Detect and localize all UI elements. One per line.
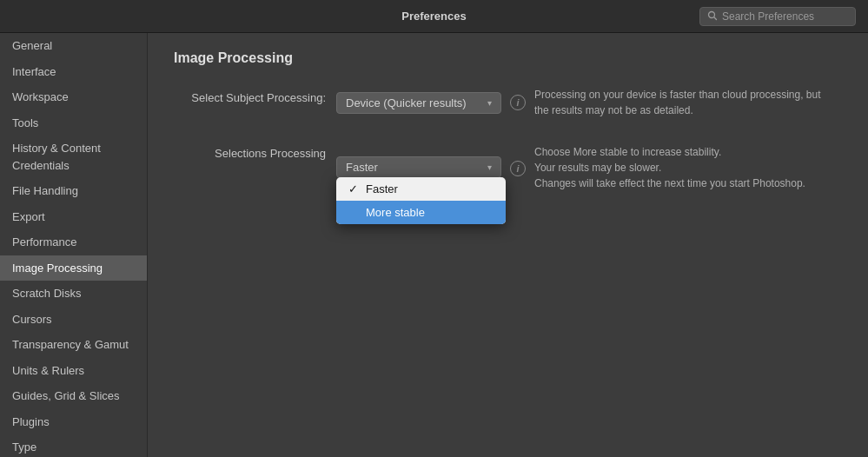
content-area: Image Processing Select Subject Processi… — [148, 33, 868, 457]
sidebar-item-guides-grid-slices[interactable]: Guides, Grid & Slices — [0, 383, 147, 409]
dropdown-option-faster-label: Faster — [366, 182, 398, 195]
chevron-down-icon-2: ▾ — [487, 162, 492, 172]
selections-processing-dropdown[interactable]: Faster ▾ — [336, 156, 501, 178]
sidebar-item-performance[interactable]: Performance — [0, 229, 147, 255]
sidebar-item-history-content[interactable]: History & Content Credentials — [0, 136, 147, 178]
sidebar-item-workspace[interactable]: Workspace — [0, 84, 147, 110]
sidebar-item-plugins[interactable]: Plugins — [0, 409, 147, 435]
select-subject-info-icon[interactable]: i — [510, 95, 526, 110]
sidebar-item-image-processing[interactable]: Image Processing — [0, 255, 147, 281]
select-subject-label: Select Subject Processing: — [174, 87, 326, 104]
sidebar-item-cursors[interactable]: Cursors — [0, 307, 147, 333]
window-title: Preferences — [401, 10, 466, 23]
select-subject-value: Device (Quicker results) — [346, 96, 467, 109]
sidebar: General Interface Workspace Tools Histor… — [0, 33, 148, 457]
selections-dropdown-menu: ✓ Faster More stable — [336, 177, 506, 224]
info-letter: i — [516, 97, 519, 108]
search-placeholder-text: Search Preferences — [722, 10, 814, 23]
sidebar-item-file-handling[interactable]: File Handling — [0, 178, 147, 204]
selections-dropdown-container: Faster ▾ ✓ Faster More stable — [336, 156, 501, 178]
chevron-down-icon: ▾ — [487, 98, 492, 108]
selections-processing-value: Faster — [346, 161, 378, 174]
info-letter-2: i — [516, 163, 519, 174]
sidebar-item-transparency-gamut[interactable]: Transparency & Gamut — [0, 332, 147, 358]
search-icon — [707, 10, 718, 23]
selections-info-text: Choose More stable to increase stability… — [534, 144, 805, 191]
sidebar-item-type[interactable]: Type — [0, 434, 147, 457]
sidebar-item-interface[interactable]: Interface — [0, 59, 147, 85]
page-title: Image Processing — [174, 50, 842, 66]
select-subject-control: Device (Quicker results) ▾ i Processing … — [336, 87, 830, 118]
dropdown-option-more-stable-label: More stable — [366, 206, 425, 219]
selections-info-icon[interactable]: i — [510, 161, 526, 176]
svg-line-1 — [714, 17, 717, 19]
dropdown-option-faster[interactable]: ✓ Faster — [336, 177, 506, 201]
sidebar-item-scratch-disks[interactable]: Scratch Disks — [0, 281, 147, 307]
selections-processing-label: Selections Processing — [174, 142, 326, 160]
select-subject-row: Select Subject Processing: Device (Quick… — [174, 87, 842, 118]
sidebar-item-general[interactable]: General — [0, 33, 147, 59]
sidebar-item-tools[interactable]: Tools — [0, 110, 147, 136]
title-bar: Preferences Search Preferences — [0, 0, 868, 33]
dropdown-option-more-stable[interactable]: More stable — [336, 201, 506, 224]
selections-processing-row: Selections Processing Faster ▾ ✓ Faster — [174, 142, 842, 191]
main-layout: General Interface Workspace Tools Histor… — [0, 33, 868, 457]
sidebar-item-units-rulers[interactable]: Units & Rulers — [0, 358, 147, 384]
select-subject-dropdown[interactable]: Device (Quicker results) ▾ — [336, 92, 501, 114]
search-bar[interactable]: Search Preferences — [699, 7, 856, 26]
select-subject-info-text: Processing on your device is faster than… — [534, 87, 830, 118]
check-icon: ✓ — [348, 182, 361, 195]
selections-processing-control: Faster ▾ ✓ Faster More stable — [336, 142, 805, 191]
sidebar-item-export[interactable]: Export — [0, 204, 147, 230]
